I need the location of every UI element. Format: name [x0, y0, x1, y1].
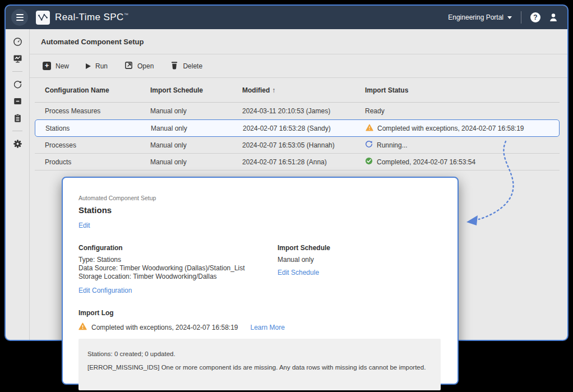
- col-modified[interactable]: Modified↑: [242, 86, 365, 94]
- log-line: [ERROR_MISSING_IDS] One or more componen…: [87, 364, 432, 371]
- detail-panel: Automated Component Setup Stations Edit …: [62, 177, 459, 385]
- page-title: Automated Component Setup: [30, 29, 567, 54]
- hamburger-menu-button[interactable]: [11, 9, 28, 26]
- sidebar-divider: [12, 131, 22, 131]
- success-check-icon: [365, 157, 373, 167]
- configurations-table: Configuration Name Import Schedule Modif…: [35, 78, 560, 170]
- chevron-down-icon: [507, 16, 512, 19]
- warning-icon: [78, 322, 87, 332]
- configuration-heading: Configuration: [78, 244, 278, 252]
- configuration-storage-location: Storage Location: Timber Woodworking/Dal…: [78, 273, 278, 281]
- left-sidebar: [6, 29, 30, 341]
- import-schedule-value: Manual only: [278, 256, 441, 264]
- open-button[interactable]: Open: [124, 61, 154, 71]
- help-icon[interactable]: ?: [530, 12, 540, 22]
- col-configuration-name[interactable]: Configuration Name: [45, 86, 150, 94]
- edit-schedule-link[interactable]: Edit Schedule: [278, 269, 319, 276]
- screenshot-frame: Real-Time SPC™ Engineering Portal ?: [0, 0, 573, 392]
- table-row[interactable]: Process Measures Manual only 2024-03-11 …: [35, 103, 560, 119]
- sidebar-divider: [12, 71, 22, 72]
- log-line: Stations: 0 created; 0 updated.: [87, 351, 432, 357]
- open-external-icon: [124, 61, 133, 71]
- configuration-section: Configuration Type: Stations Data Source…: [78, 244, 278, 294]
- table-header-row: Configuration Name Import Schedule Modif…: [35, 78, 560, 103]
- configuration-data-source: Data Source: Timber Woodworking (Dallas)…: [78, 264, 278, 273]
- import-log-output: Stations: 0 created; 0 updated. [ERROR_M…: [78, 339, 441, 390]
- col-import-status[interactable]: Import Status: [365, 86, 560, 94]
- settings-gear-icon[interactable]: [12, 139, 22, 149]
- delete-button[interactable]: Delete: [170, 61, 202, 71]
- table-row-selected[interactable]: Stations Manual only 2024-02-07 16:53:28…: [35, 119, 560, 137]
- portal-dropdown[interactable]: Engineering Portal: [448, 13, 512, 21]
- dashboard-gauge-icon[interactable]: [12, 36, 22, 47]
- clipboard-icon[interactable]: [12, 113, 22, 123]
- user-account-icon[interactable]: [548, 12, 558, 22]
- sync-icon[interactable]: [12, 79, 22, 89]
- app-title: Real-Time SPC™: [55, 12, 128, 23]
- sort-ascending-icon: ↑: [272, 86, 275, 94]
- table-row[interactable]: Processes Manual only 2024-02-07 16:53:0…: [35, 137, 560, 154]
- trademark-symbol: ™: [124, 12, 128, 17]
- col-import-schedule[interactable]: Import Schedule: [150, 86, 242, 94]
- toolbar: + New Run Open: [30, 54, 567, 78]
- portal-label: Engineering Portal: [448, 13, 503, 21]
- import-schedule-section: Import Schedule Manual only Edit Schedul…: [278, 244, 441, 294]
- warning-icon: [366, 124, 373, 133]
- configuration-type: Type: Stations: [78, 256, 278, 264]
- plus-icon: +: [43, 62, 51, 70]
- import-log-section: Import Log Completed with exceptions, 20…: [78, 309, 441, 390]
- panel-title: Stations: [78, 205, 441, 215]
- import-log-status-text: Completed with exceptions, 2024-02-07 16…: [91, 324, 238, 331]
- table-row[interactable]: Products Manual only 2024-02-07 16:51:28…: [35, 154, 560, 170]
- trash-icon: [170, 61, 178, 71]
- archive-box-icon[interactable]: [12, 96, 22, 106]
- import-schedule-heading: Import Schedule: [278, 244, 441, 252]
- monitor-chart-icon[interactable]: [12, 53, 22, 63]
- running-icon: [365, 140, 373, 150]
- edit-configuration-link[interactable]: Edit Configuration: [78, 287, 132, 294]
- panel-breadcrumb: Automated Component Setup: [78, 195, 441, 201]
- run-button[interactable]: Run: [86, 62, 108, 70]
- app-logo-icon: [36, 11, 50, 25]
- learn-more-link[interactable]: Learn More: [251, 324, 285, 331]
- top-header: Real-Time SPC™ Engineering Portal ?: [6, 6, 567, 29]
- new-button[interactable]: + New: [43, 62, 69, 70]
- edit-link[interactable]: Edit: [78, 222, 90, 229]
- play-icon: [86, 63, 91, 69]
- import-log-heading: Import Log: [78, 309, 441, 317]
- header-divider: [521, 11, 521, 24]
